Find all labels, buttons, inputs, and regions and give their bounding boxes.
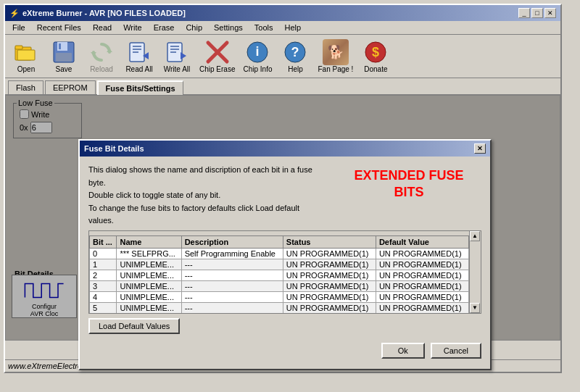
col-status: Status xyxy=(283,235,376,248)
table-cell: 3 xyxy=(90,280,117,291)
svg-marker-18 xyxy=(181,52,186,59)
menu-write[interactable]: Write xyxy=(119,22,146,33)
fan-page-button[interactable]: 🐕 Fan Page ! xyxy=(315,38,356,75)
svg-text:?: ? xyxy=(291,45,299,59)
table-cell: UN PROGRAMMED(1) xyxy=(283,280,376,291)
open-label: Open xyxy=(17,65,35,73)
menu-help[interactable]: Help xyxy=(280,22,305,33)
svg-rect-2 xyxy=(17,50,35,60)
load-defaults-button[interactable]: Load Default Values xyxy=(88,318,180,334)
menu-settings[interactable]: Settings xyxy=(210,22,247,33)
read-all-button[interactable]: Read All xyxy=(121,38,157,75)
write-all-icon xyxy=(164,39,190,65)
table-scrollbar[interactable]: ▲ ▼ xyxy=(469,231,481,313)
table-cell: UN PROGRAMMED(1) xyxy=(376,248,468,259)
svg-text:$: $ xyxy=(372,45,379,59)
open-button[interactable]: Open xyxy=(8,38,44,75)
fuse-table: Bit ... Name Description Status Default … xyxy=(89,235,469,314)
close-button[interactable]: ✕ xyxy=(544,8,556,18)
table-row[interactable]: 5UNIMPLEME...---UN PROGRAMMED(1)UN PROGR… xyxy=(90,302,469,313)
col-bit: Bit ... xyxy=(90,235,117,248)
table-cell: Self Programming Enable xyxy=(181,248,283,259)
table-row[interactable]: 0*** SELFPRG...Self Programming EnableUN… xyxy=(90,248,469,259)
title-icon: ⚡ xyxy=(9,9,20,18)
minimize-button[interactable]: _ xyxy=(518,8,530,18)
dialog-info-line-2: Double click to toggle state of any bit. xyxy=(88,189,313,202)
menu-erase[interactable]: Erase xyxy=(149,22,179,33)
menu-recent-files[interactable]: Recent Files xyxy=(33,22,86,33)
help-button[interactable]: ? Help xyxy=(277,38,313,75)
svg-rect-5 xyxy=(56,53,72,62)
cancel-button[interactable]: Cancel xyxy=(431,343,481,359)
chip-info-icon: i xyxy=(244,39,270,65)
tab-flash[interactable]: Flash xyxy=(8,80,44,95)
donate-button[interactable]: $ Donate xyxy=(357,38,394,75)
write-all-button[interactable]: Write All xyxy=(159,38,195,75)
table-cell: UN PROGRAMMED(1) xyxy=(376,291,468,302)
svg-text:i: i xyxy=(256,44,260,59)
table-cell: UN PROGRAMMED(1) xyxy=(376,270,468,280)
chip-erase-button[interactable]: Chip Erase xyxy=(196,38,238,75)
menu-bar: File Recent Files Read Write Erase Chip … xyxy=(5,21,560,35)
dialog-info: This dialog shows the name and discripti… xyxy=(88,164,313,228)
table-row[interactable]: 4UNIMPLEME...---UN PROGRAMMED(1)UN PROGR… xyxy=(90,291,469,302)
menu-read[interactable]: Read xyxy=(88,22,116,33)
open-icon xyxy=(13,39,39,65)
table-cell: UN PROGRAMMED(1) xyxy=(376,302,468,313)
chip-erase-icon xyxy=(204,39,231,65)
title-bar-controls: _ □ ✕ xyxy=(518,8,556,18)
table-cell: 5 xyxy=(90,302,117,313)
dialog-info-line-3: To change the fuse bits to factory defau… xyxy=(88,202,313,228)
table-cell: *** SELFPRG... xyxy=(117,248,181,259)
extended-fuse-label: EXTENDED FUSEBITS xyxy=(336,167,481,201)
read-all-label: Read All xyxy=(125,65,152,73)
table-cell: UNIMPLEME... xyxy=(117,280,181,291)
scroll-up-button[interactable]: ▲ xyxy=(470,231,480,241)
save-button[interactable]: Save xyxy=(46,38,82,75)
table-cell: 4 xyxy=(90,291,117,302)
table-row[interactable]: 3UNIMPLEME...---UN PROGRAMMED(1)UN PROGR… xyxy=(90,280,469,291)
dialog-body: This dialog shows the name and discripti… xyxy=(80,157,490,369)
chip-info-button[interactable]: i Chip Info xyxy=(239,38,276,75)
table-cell: --- xyxy=(181,291,283,302)
table-cell: UN PROGRAMMED(1) xyxy=(283,248,376,259)
table-cell: 2 xyxy=(90,270,117,280)
dialog-close-button[interactable]: ✕ xyxy=(474,143,486,154)
col-description: Description xyxy=(181,235,283,248)
content-area: Low Fuse Write 0x Bit Details ConfigurAV… xyxy=(5,94,560,341)
save-icon xyxy=(51,39,77,65)
dialog-titlebar: Fuse Bit Details ✕ xyxy=(80,141,490,157)
reload-icon xyxy=(88,39,115,65)
fuse-bit-details-dialog: Fuse Bit Details ✕ This dialog shows the… xyxy=(78,139,492,370)
table-cell: UN PROGRAMMED(1) xyxy=(283,259,376,270)
table-cell: --- xyxy=(181,259,283,270)
scroll-down-button[interactable]: ▼ xyxy=(470,303,480,313)
tab-fuse-bits[interactable]: Fuse Bits/Settings xyxy=(97,80,183,95)
help-label: Help xyxy=(288,65,303,73)
chip-erase-label: Chip Erase xyxy=(199,65,235,73)
title-bar-left: ⚡ eXtreme Burner - AVR [NO FILES LOADED] xyxy=(9,9,186,18)
tab-bar: Flash EEPROM Fuse Bits/Settings xyxy=(5,78,560,94)
help-icon: ? xyxy=(282,39,308,65)
chip-info-label: Chip Info xyxy=(243,65,272,73)
dialog-info-line-1: This dialog shows the name and discripti… xyxy=(88,164,313,189)
svg-rect-1 xyxy=(15,46,22,49)
reload-label: Reload xyxy=(90,65,113,73)
table-cell: --- xyxy=(181,280,283,291)
table-cell: UNIMPLEME... xyxy=(117,270,181,280)
fan-page-icon: 🐕 xyxy=(323,39,349,65)
table-row[interactable]: 1UNIMPLEME...---UN PROGRAMMED(1)UN PROGR… xyxy=(90,259,469,270)
table-cell: UN PROGRAMMED(1) xyxy=(283,302,376,313)
dialog-button-row: Ok Cancel xyxy=(88,340,481,362)
table-row[interactable]: 2UNIMPLEME...---UN PROGRAMMED(1)UN PROGR… xyxy=(90,270,469,280)
maximize-button[interactable]: □ xyxy=(531,8,543,18)
table-cell: UNIMPLEME... xyxy=(117,302,181,313)
menu-tools[interactable]: Tools xyxy=(250,22,278,33)
ok-button[interactable]: Ok xyxy=(381,343,425,359)
menu-file[interactable]: File xyxy=(8,22,30,33)
table-cell: 1 xyxy=(90,259,117,270)
reload-button[interactable]: Reload xyxy=(83,38,120,75)
toolbar: Open Save xyxy=(5,35,560,78)
menu-chip[interactable]: Chip xyxy=(181,22,207,33)
tab-eeprom[interactable]: EEPROM xyxy=(45,80,96,95)
